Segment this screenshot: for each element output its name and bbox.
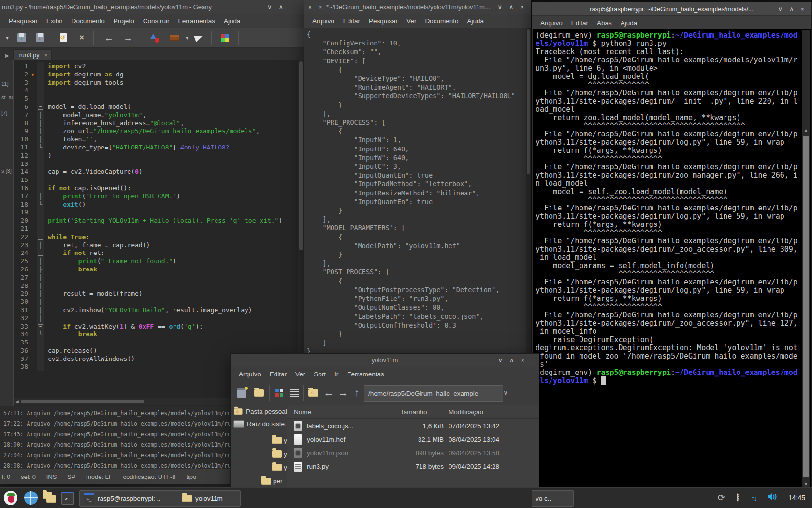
- menu-item[interactable]: Abas: [597, 19, 612, 27]
- menu-item[interactable]: Exibir: [46, 17, 63, 25]
- hscroll-left-icon[interactable]: ◀: [14, 399, 21, 404]
- close-icon[interactable]: ×: [520, 3, 524, 11]
- updates-sync-icon[interactable]: ⟳: [718, 493, 725, 503]
- menu-item[interactable]: Ir: [334, 371, 338, 378]
- menu-item[interactable]: Projeto: [114, 17, 134, 25]
- icon-view-icon[interactable]: [273, 387, 286, 399]
- menu-item[interactable]: Ajuda: [467, 17, 484, 25]
- list-header[interactable]: Nome Tamanho Modificação: [287, 405, 539, 419]
- save-all-icon[interactable]: [34, 32, 46, 44]
- build-dropdown-icon[interactable]: ▾: [181, 32, 193, 44]
- menu-item[interactable]: Editar: [571, 19, 588, 27]
- revert-icon[interactable]: [58, 32, 69, 44]
- tree-folder[interactable]: y: [231, 461, 287, 474]
- run-icon[interactable]: [193, 32, 204, 44]
- nav-forward-icon[interactable]: →: [122, 32, 134, 44]
- up-icon[interactable]: ↑: [350, 387, 363, 399]
- place-home[interactable]: ⌂ Pasta pessoal: [231, 405, 287, 418]
- list-view-icon[interactable]: [289, 387, 301, 399]
- menu-item[interactable]: Ajuda: [224, 17, 241, 25]
- nav-back-icon[interactable]: ←: [103, 32, 115, 44]
- menu-raspberry-icon[interactable]: [4, 491, 17, 505]
- tree-folder[interactable]: per: [231, 474, 287, 487]
- texteditor-titlebar[interactable]: ∧ × *~/DeGirum_hailo_examples/models/yol…: [304, 0, 531, 14]
- toolbar-overflow-icon[interactable]: ▾: [1, 32, 13, 44]
- terminal-titlebar[interactable]: rasp5@raspberrypi: ~/DeGirum_hailo_examp…: [532, 2, 811, 16]
- menu-item[interactable]: Editar: [270, 371, 287, 378]
- menu-item[interactable]: Arquivo: [312, 17, 334, 25]
- file-row[interactable]: run3.py 718 bytes 09/04/2025 14:28: [287, 460, 539, 473]
- build-icon[interactable]: [169, 32, 180, 44]
- menu-item[interactable]: Ferramentas: [178, 17, 215, 25]
- new-window-icon[interactable]: [235, 387, 248, 399]
- tab-scroll-icon[interactable]: ▶: [5, 53, 9, 58]
- menu-item[interactable]: Construir: [143, 17, 170, 25]
- taskbar-task-terminal[interactable]: >_ rasp5@raspberrypi: ..: [79, 490, 180, 507]
- menu-item[interactable]: Editar: [343, 17, 360, 25]
- path-dropdown-icon[interactable]: ∨: [499, 385, 512, 401]
- menu-item[interactable]: Ferramentas: [347, 371, 384, 378]
- browser-globe-icon[interactable]: [24, 491, 38, 505]
- geany-titlebar[interactable]: run3.py - /home/rasp5/DeGirum_hailo_exam…: [0, 0, 304, 14]
- forward-icon[interactable]: →: [337, 387, 349, 399]
- scrollbar-down-icon[interactable]: ▼: [802, 482, 810, 487]
- minimize-icon[interactable]: ∨: [778, 5, 783, 13]
- maximize-icon[interactable]: ∧: [308, 4, 312, 11]
- volume-icon[interactable]: [767, 493, 778, 504]
- code-editor[interactable]: 1import cv22▶import degirum as dg3import…: [14, 60, 304, 401]
- menu-item[interactable]: Ver: [295, 371, 305, 378]
- maximize-icon[interactable]: ∧: [789, 5, 794, 13]
- terminal-launcher-icon[interactable]: >_: [61, 491, 74, 505]
- color-chooser-icon[interactable]: [219, 32, 231, 44]
- close-document-icon[interactable]: ×: [76, 32, 87, 44]
- tab-run3py[interactable]: run3.py ×: [13, 49, 52, 60]
- compile-icon[interactable]: [149, 32, 161, 44]
- network-icon[interactable]: ↑↓: [751, 494, 756, 502]
- terminal-scrollbar[interactable]: ▲ ▼: [802, 30, 810, 490]
- menu-item[interactable]: Pesquisar: [369, 17, 398, 25]
- column-name[interactable]: Nome: [287, 408, 400, 416]
- file-row[interactable]: labels_coco.js... 1,6 KiB 07/04/2025 13:…: [287, 419, 539, 433]
- maximize-icon[interactable]: ∧: [509, 357, 514, 364]
- tree-folder[interactable]: y: [231, 433, 287, 447]
- tree-folder[interactable]: y: [231, 447, 287, 461]
- menu-item[interactable]: Arquivo: [239, 371, 261, 378]
- close-icon[interactable]: ×: [521, 357, 524, 364]
- file-row-cut[interactable]: yolov11m.json 898 bytes 09/04/2025 13:58: [287, 446, 539, 460]
- maximize-icon[interactable]: ∧: [509, 3, 514, 11]
- place-root[interactable]: Raíz do siste...: [231, 418, 287, 430]
- bluetooth-icon[interactable]: ᛒ: [736, 493, 740, 503]
- close-icon[interactable]: ×: [800, 5, 804, 13]
- filemanager-titlebar[interactable]: yolov11m ∨ ∧ ×: [231, 354, 539, 367]
- file-row[interactable]: yolov11m.hef 32,1 MiB 08/04/2025 13:04: [287, 433, 539, 446]
- minimize-icon[interactable]: ∨: [497, 3, 502, 11]
- new-folder-icon[interactable]: [253, 387, 265, 399]
- taskbar-task-fragment[interactable]: vo c..: [532, 490, 574, 507]
- minimize-icon[interactable]: ∨: [267, 3, 272, 11]
- tab-close-icon[interactable]: ×: [44, 52, 47, 59]
- filemanager-launcher-icon[interactable]: [43, 491, 56, 505]
- back-icon[interactable]: ←: [322, 387, 335, 399]
- taskbar-task-filemanager[interactable]: yolov11m: [178, 490, 241, 507]
- column-size[interactable]: Tamanho: [400, 408, 449, 416]
- texteditor-scrollbar[interactable]: [526, 28, 531, 355]
- hscroll-thumb[interactable]: [21, 400, 144, 403]
- scrollbar-thumb[interactable]: [803, 136, 809, 477]
- close-icon[interactable]: ×: [319, 4, 322, 11]
- menu-item[interactable]: Ver: [406, 17, 416, 25]
- menu-item[interactable]: Sort: [314, 371, 326, 378]
- save-icon[interactable]: [16, 32, 28, 44]
- maximize-icon[interactable]: ∧: [279, 3, 284, 11]
- path-input[interactable]: /home/rasp5/DeGirum_hailo_example: [364, 385, 503, 402]
- scrollbar-up-icon[interactable]: ▲: [802, 128, 810, 133]
- menu-item[interactable]: Arquivo: [540, 19, 563, 27]
- menu-item[interactable]: Pesquisar: [9, 17, 38, 25]
- menu-item[interactable]: Ajuda: [621, 19, 638, 27]
- column-modified[interactable]: Modificação: [449, 408, 539, 416]
- terminal-content[interactable]: (degirum_env) rasp5@raspberrypi:~/DeGiru…: [533, 29, 811, 491]
- texteditor-content[interactable]: { "ConfigVersion": 10, "Checksum": "", "…: [304, 28, 531, 355]
- menu-item[interactable]: Documento: [72, 17, 105, 25]
- minimize-icon[interactable]: ∨: [498, 357, 503, 364]
- home-icon[interactable]: ⌂: [307, 387, 319, 399]
- menu-item[interactable]: Documento: [425, 17, 458, 25]
